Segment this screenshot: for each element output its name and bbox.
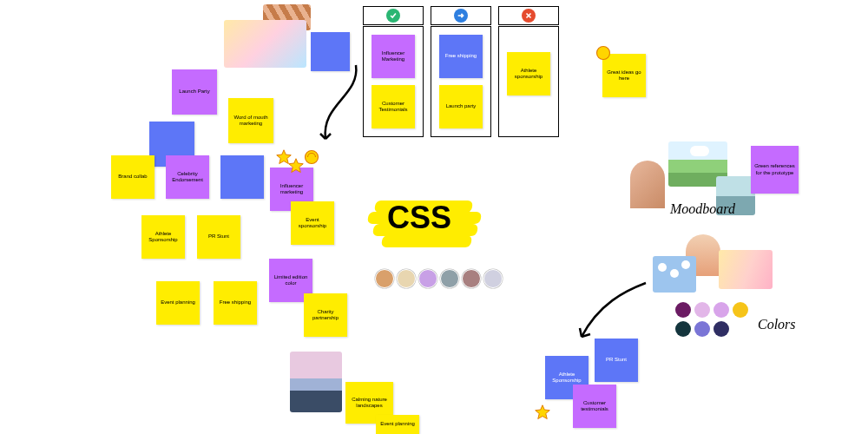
swatch-6[interactable] [694,321,710,337]
flower-dot-2 [670,269,679,278]
star-sticker-4[interactable] [595,45,611,61]
image-beach[interactable] [290,352,342,412]
note-col1-influencer[interactable]: Influencer Marketing [372,35,415,78]
swatch-7[interactable] [713,321,729,337]
note-event-sponsorship[interactable]: Event sponsorship [291,201,334,245]
note-text: Athlete Sponsorship [145,231,181,243]
arrow-1 [312,61,365,148]
avatar-6[interactable] [483,269,503,288]
star-sticker-5[interactable] [535,404,550,420]
note-text: Event planning [380,421,415,427]
avatar-2[interactable] [397,269,416,288]
note-text: Athlete sponsorship [510,68,547,80]
note-green-refs[interactable]: Green references for the prototype [751,146,799,194]
label-moodboard: Moodboard [670,201,735,217]
svg-marker-4 [536,405,550,419]
note-text: Launch Party [179,89,209,95]
note-col2-free-shipping[interactable]: Free shipping [439,35,483,78]
note-customer-2[interactable]: Customer testimonials [573,385,616,428]
note-text: Event sponsorship [294,217,331,229]
note-text: Brand collab [118,174,147,180]
note-empty-blue-3[interactable] [220,155,264,199]
note-charity[interactable]: Charity partnership [304,293,347,337]
note-text: PR Stunt [606,357,627,363]
note-text: Event planning [161,299,195,306]
note-text: PR Stunt [208,233,229,240]
note-text: Athlete Sponsorship [549,372,585,384]
note-text: Influencer Marketing [375,50,411,62]
note-athlete-sponsorship[interactable]: Athlete Sponsorship [141,215,185,259]
x-icon [524,11,533,20]
note-col3-athlete[interactable]: Athlete sponsorship [507,52,550,95]
note-text: Free shipping [445,53,477,59]
column-header-reject[interactable] [498,6,559,25]
note-text: Free shipping [220,299,251,306]
note-event-planning-2[interactable]: Event planning [376,415,419,434]
flower-dot-1 [658,263,667,272]
note-launch-party[interactable]: Launch Party [172,69,217,115]
column-header-approve[interactable] [363,6,424,25]
note-text: Limited edition color [273,274,309,286]
note-text: Charity partnership [307,309,344,321]
svg-point-3 [597,47,610,60]
avatar-3[interactable] [418,269,437,288]
whiteboard-canvas[interactable]: Launch Party Word of mouth marketing Bra… [0,0,868,434]
image-tile-gradient[interactable] [224,20,306,68]
highlight-stroke-4 [381,235,472,247]
note-text: Celebrity Endorsement [169,171,206,183]
arrow-2 [573,278,651,347]
avatar-1[interactable] [375,269,394,288]
image-pastel[interactable] [719,250,773,289]
label-colors: Colors [758,317,796,332]
cloud-icon [690,146,709,156]
note-text: Customer testimonials [576,400,613,412]
check-icon [389,11,398,20]
note-celebrity[interactable]: Celebrity Endorsement [166,155,209,199]
swatch-2[interactable] [694,302,710,318]
note-event-planning[interactable]: Event planning [156,281,200,325]
swatch-3[interactable] [713,302,729,318]
star-sticker-3[interactable] [304,149,319,165]
note-text: Green references for the prototype [754,163,795,175]
note-text: Word of mouth marketing [232,115,270,127]
note-brand-collab[interactable]: Brand collab [111,155,155,199]
svg-marker-1 [289,159,304,173]
note-col1-customer[interactable]: Customer Testimonials [372,85,415,128]
column-header-info[interactable] [431,6,491,25]
note-pr-stunt[interactable]: PR Stunt [197,215,240,259]
svg-point-2 [306,151,319,164]
swatch-1[interactable] [675,302,691,318]
note-col2-launch-party[interactable]: Launch party [439,85,483,128]
star-sticker-2[interactable] [288,158,304,174]
title-css: CSS [387,200,451,236]
note-word-of-mouth[interactable]: Word of mouth marketing [228,98,273,143]
avatar-row [375,269,503,288]
swatch-5[interactable] [675,321,691,337]
note-text: Great ideas go here [606,69,642,82]
avatar-4[interactable] [440,269,459,288]
flower-dot-3 [681,260,690,269]
swatch-4[interactable] [733,302,748,318]
note-text: Calming nature landscapes [349,397,390,409]
note-text: Launch party [446,103,477,109]
avatar-5[interactable] [462,269,481,288]
arrow-right-icon [457,11,465,20]
note-text: Influencer marketing [273,183,310,195]
note-text: Customer Testimonials [375,101,411,113]
note-free-shipping[interactable]: Free shipping [214,281,257,325]
image-leaf[interactable] [630,161,665,208]
note-pr-stunt-2[interactable]: PR Stunt [595,339,638,382]
